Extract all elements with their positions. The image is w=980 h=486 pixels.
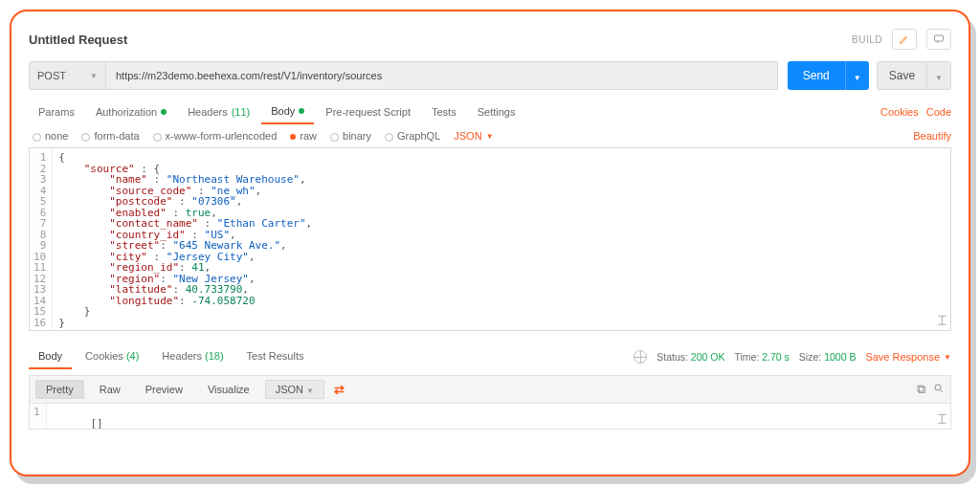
response-tab-cookies[interactable]: Cookies (4) — [76, 344, 148, 369]
request-row: POST ▼ https://m23demo.beehexa.com/rest/… — [29, 61, 951, 90]
tab-tests[interactable]: Tests — [422, 100, 466, 123]
url-text: https://m23demo.beehexa.com/rest/V1/inve… — [116, 70, 382, 81]
code-link[interactable]: Code — [926, 106, 951, 118]
caret-icon: Ꮖ — [938, 316, 947, 327]
request-body-editor[interactable]: 1234 5678 9101112 13141516 { "source" : … — [29, 147, 951, 331]
beautify-link[interactable]: Beautify — [913, 130, 951, 142]
editor-gutter: 1234 5678 9101112 13141516 — [30, 148, 53, 330]
view-preview[interactable]: Preview — [136, 381, 192, 398]
method-select[interactable]: POST ▼ — [29, 61, 105, 90]
send-button[interactable]: Send — [788, 61, 845, 90]
globe-icon[interactable] — [634, 350, 647, 364]
editor-code[interactable]: { "source" : { "name" : "Northeast Wareh… — [53, 148, 950, 330]
tab-settings[interactable]: Settings — [468, 100, 525, 123]
status-badge: Status: 200 OK — [657, 351, 724, 363]
url-input[interactable]: https://m23demo.beehexa.com/rest/V1/inve… — [105, 61, 778, 90]
save-response-button[interactable]: Save Response ▼ — [865, 351, 951, 363]
header: Untitled Request BUILD — [29, 29, 951, 50]
response-toolbar: Pretty Raw Preview Visualize JSON ▼ ⇄ ⧉ — [29, 375, 951, 403]
body-type-row: none form-data x-www-form-urlencoded raw… — [33, 130, 951, 142]
cookies-link[interactable]: Cookies — [880, 106, 919, 118]
save-button[interactable]: Save — [877, 61, 926, 90]
tab-auth-label: Authorization — [96, 106, 157, 118]
chevron-down-icon: ▼ — [486, 132, 494, 141]
response-gutter: 1 — [30, 404, 47, 429]
copy-icon[interactable]: ⧉ — [917, 382, 925, 397]
tab-headers-count: (11) — [232, 106, 251, 118]
svg-rect-0 — [935, 35, 944, 41]
bodytype-formdata[interactable]: form-data — [81, 130, 139, 142]
time-badge: Time: 2.70 s — [734, 351, 789, 363]
size-badge: Size: 1000 B — [799, 351, 857, 363]
view-pretty[interactable]: Pretty — [35, 380, 84, 399]
response-tab-headers[interactable]: Headers (18) — [152, 344, 233, 369]
view-visualize[interactable]: Visualize — [198, 381, 259, 398]
bodytype-none[interactable]: none — [33, 130, 68, 142]
request-tabs: Params Authorization Headers (11) Body P… — [29, 99, 951, 124]
raw-format-select[interactable]: JSON ▼ — [454, 130, 493, 142]
comment-icon[interactable] — [926, 29, 951, 50]
bodytype-raw[interactable]: raw — [290, 130, 317, 142]
tab-headers[interactable]: Headers (11) — [178, 100, 259, 123]
response-format-select[interactable]: JSON ▼ — [265, 380, 324, 399]
raw-format-label: JSON — [454, 130, 481, 142]
response-tabs: Body Cookies (4) Headers (18) Test Resul… — [29, 344, 313, 369]
response-tab-tests[interactable]: Test Results — [237, 344, 314, 369]
response-body-viewer[interactable]: 1 [] Ꮖ — [29, 403, 951, 430]
tab-authorization[interactable]: Authorization — [86, 100, 176, 123]
build-label: BUILD — [852, 34, 882, 45]
send-caret[interactable]: ▼ — [845, 61, 869, 90]
bodytype-binary[interactable]: binary — [330, 130, 371, 142]
header-actions: BUILD — [852, 29, 951, 50]
response-toolbar-left: Pretty Raw Preview Visualize JSON ▼ ⇄ — [35, 380, 348, 399]
wrap-lines-icon[interactable]: ⇄ — [330, 383, 348, 397]
edit-icon[interactable] — [892, 29, 917, 50]
bodytype-graphql[interactable]: GraphQL — [385, 130, 440, 142]
response-meta: Status: 200 OK Time: 2.70 s Size: 1000 B… — [634, 350, 951, 364]
dot-icon — [161, 109, 167, 115]
method-value: POST — [37, 70, 66, 81]
response-header: Body Cookies (4) Headers (18) Test Resul… — [29, 344, 951, 369]
tab-body-label: Body — [271, 105, 295, 117]
response-toolbar-right: ⧉ — [917, 382, 945, 397]
tab-headers-label: Headers — [188, 106, 228, 118]
app-window: Untitled Request BUILD POST ▼ https://m2… — [10, 10, 970, 476]
request-title: Untitled Request — [29, 33, 127, 47]
tabs-right: Cookies Code — [880, 106, 951, 118]
chevron-down-icon: ▼ — [90, 72, 98, 80]
tab-body[interactable]: Body — [261, 99, 314, 124]
bodytype-xwww[interactable]: x-www-form-urlencoded — [153, 130, 278, 142]
tabs-left: Params Authorization Headers (11) Body P… — [29, 99, 524, 124]
body-type-left: none form-data x-www-form-urlencoded raw… — [33, 130, 494, 142]
caret-icon: Ꮖ — [938, 414, 947, 426]
response-code: [] Ꮖ — [47, 404, 950, 429]
tab-prerequest[interactable]: Pre-request Script — [316, 100, 420, 123]
chevron-down-icon: ▼ — [944, 353, 951, 362]
view-raw[interactable]: Raw — [90, 381, 130, 398]
tab-params[interactable]: Params — [29, 100, 84, 123]
response-tab-body[interactable]: Body — [29, 344, 72, 369]
search-icon[interactable] — [933, 383, 945, 397]
save-caret[interactable]: ▼ — [926, 61, 951, 90]
svg-point-1 — [935, 385, 941, 390]
send-group: Send ▼ — [788, 61, 869, 90]
dot-icon — [299, 108, 304, 114]
save-group: Save ▼ — [877, 61, 951, 90]
